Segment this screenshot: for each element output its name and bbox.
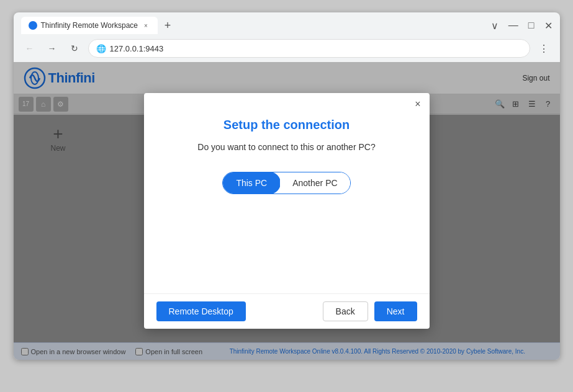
window-minimize-button[interactable]: —	[508, 20, 518, 31]
back-button[interactable]: ←	[21, 40, 38, 57]
setup-modal: × Setup the connection Do you want to co…	[144, 93, 430, 329]
forward-button[interactable]: →	[43, 40, 61, 57]
address-bar[interactable]: 🌐 127.0.0.1:9443	[88, 39, 530, 58]
title-bar: Thinfinity Remote Workspace × + ∨ — □ ✕	[14, 12, 560, 35]
modal-subtitle: Do you want to connect to this or anothe…	[197, 142, 375, 152]
tab-favicon	[29, 21, 37, 30]
modal-footer-left: Remote Desktop	[156, 301, 246, 321]
next-button[interactable]: Next	[374, 301, 417, 321]
new-tab-button[interactable]: +	[160, 18, 175, 33]
pc-toggle-group: This PC Another PC	[222, 172, 350, 194]
modal-title: Setup the connection	[223, 118, 350, 132]
remote-desktop-button[interactable]: Remote Desktop	[156, 301, 246, 321]
tab-close-button[interactable]: ×	[142, 21, 150, 30]
window-chevron-icon[interactable]: ∨	[491, 20, 499, 32]
browser-menu-button[interactable]: ⋮	[535, 40, 553, 57]
modal-close-button[interactable]: ×	[415, 99, 420, 109]
refresh-button[interactable]: ↻	[66, 40, 83, 57]
address-text: 127.0.0.1:9443	[110, 44, 522, 53]
this-pc-option[interactable]: This PC	[222, 172, 281, 194]
back-button[interactable]: Back	[323, 301, 368, 321]
modal-footer-right: Back Next	[323, 301, 417, 321]
modal-body: Setup the connection Do you want to conn…	[144, 93, 430, 293]
modal-footer: Remote Desktop Back Next	[144, 293, 430, 329]
browser-tab[interactable]: Thinfinity Remote Workspace ×	[21, 17, 158, 34]
address-globe-icon: 🌐	[96, 44, 106, 53]
window-close-button[interactable]: ✕	[544, 20, 553, 32]
browser-content: Thinfini Sign out 17 ⌂ ⚙ 🔍 ⊞ ☰ ?	[14, 62, 560, 360]
modal-overlay: × Setup the connection Do you want to co…	[14, 62, 560, 360]
tab-title: Thinfinity Remote Workspace	[41, 21, 138, 30]
another-pc-option[interactable]: Another PC	[280, 172, 350, 194]
nav-bar: ← → ↻ 🌐 127.0.0.1:9443 ⋮	[14, 35, 560, 62]
window-maximize-button[interactable]: □	[528, 20, 535, 31]
browser-window: Thinfinity Remote Workspace × + ∨ — □ ✕ …	[14, 12, 560, 360]
